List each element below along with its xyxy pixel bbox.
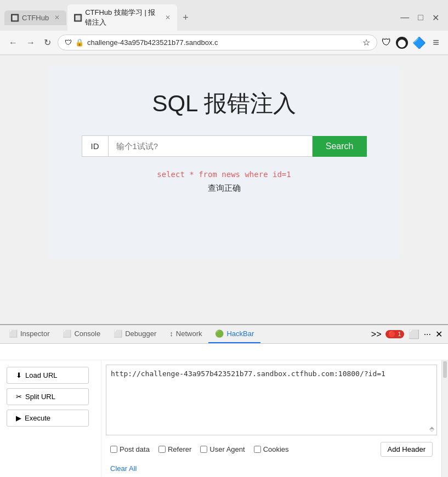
load-url-button[interactable]: ⬇ Load URL [7, 367, 89, 384]
tab-active[interactable]: 🔲 CTFHub 技能学习 | 报错注入 ✕ [67, 4, 177, 31]
maximize-icon[interactable]: □ [418, 13, 423, 22]
cookies-option[interactable]: Cookies [254, 445, 289, 453]
hackbar-icon: 🟢 [215, 330, 224, 338]
hackbar-top-bar [0, 344, 448, 360]
close-icon[interactable]: ✕ [432, 13, 439, 23]
nav-bar: ← → ↻ 🛡 🔒 challenge-43a957b423521b77.san… [0, 31, 448, 55]
post-data-label: Post data [120, 445, 150, 453]
dock-icon[interactable]: ⬜ [409, 329, 419, 339]
new-tab-button[interactable]: + [178, 10, 193, 26]
resize-handle: ⬘ [429, 425, 434, 433]
scrollbar-track[interactable] [441, 360, 448, 477]
profile-nav-icon[interactable]: ⬤ [396, 37, 408, 49]
tab-active-close[interactable]: ✕ [165, 14, 171, 21]
cookies-label: Cookies [263, 445, 289, 453]
forward-button[interactable]: → [24, 36, 37, 50]
hackbar-main: ⬇ Load URL ✂ Split URL ▶ Execute ⬘ [0, 360, 448, 477]
extension-nav-icon[interactable]: 🔷 [412, 36, 426, 49]
tab-active-label: CTFHub 技能学习 | 报错注入 [85, 8, 160, 27]
error-badge: 🔴 1 [385, 330, 404, 338]
add-header-button[interactable]: Add Header [381, 442, 433, 457]
debugger-icon: ⬜ [114, 330, 122, 338]
split-url-button[interactable]: ✂ Split URL [7, 388, 89, 405]
user-agent-label: User Agent [209, 445, 245, 453]
hackbar-content-area: ⬇ Load URL ✂ Split URL ▶ Execute ⬘ [0, 344, 448, 477]
query-result: 查询正确 [208, 183, 241, 194]
scrollbar-thumb [443, 361, 447, 378]
tab-ctfhub-icon: 🔲 [11, 14, 19, 21]
network-icon: ↕ [169, 330, 173, 338]
clear-all-link[interactable]: Clear All [106, 462, 141, 475]
sql-query: select * from news where id=1 [157, 170, 291, 179]
devtools-icons: >> 🔴 1 ⬜ ··· ✕ [371, 329, 446, 339]
lock-nav-icon: 🔒 [75, 38, 84, 47]
browser-chrome: 🔲 CTFHub ✕ 🔲 CTFHub 技能学习 | 报错注入 ✕ + — □ … [0, 0, 448, 55]
referer-checkbox[interactable] [158, 446, 166, 453]
search-input[interactable] [108, 135, 313, 157]
hackbar-label: HackBar [226, 330, 254, 338]
hackbar-options-row: Post data Referer User Agent Cookies A [106, 440, 437, 459]
clear-all-row: Clear All [106, 463, 437, 473]
devtools-tab-bar: ⬜ Inspector ⬜ Console ⬜ Debugger ↕ Netwo… [0, 325, 448, 344]
network-label: Network [176, 330, 202, 338]
more-tabs-icon[interactable]: >> [371, 330, 382, 339]
tab-ctfhub-label: CTFHub [22, 14, 49, 22]
cookies-checkbox[interactable] [254, 446, 261, 453]
debugger-label: Debugger [125, 330, 156, 338]
reload-button[interactable]: ↻ [42, 35, 53, 50]
tab-bar: 🔲 CTFHub ✕ 🔲 CTFHub 技能学习 | 报错注入 ✕ + — □ … [0, 0, 448, 31]
tab-ctfhub[interactable]: 🔲 CTFHub ✕ [4, 10, 66, 25]
tab-active-icon: 🔲 [74, 14, 82, 21]
hackbar-right-panel: ⬘ Post data Referer User Agent [101, 360, 441, 477]
search-form: ID Search [82, 135, 367, 157]
minimize-icon[interactable]: — [400, 13, 409, 22]
devtools-close-icon[interactable]: ✕ [435, 329, 443, 339]
execute-icon: ▶ [16, 414, 21, 422]
content-box: SQL 报错注入 ID Search select * from news wh… [49, 66, 400, 258]
post-data-checkbox[interactable] [110, 446, 117, 453]
window-controls: — □ ✕ [400, 13, 444, 23]
page-title: SQL 报错注入 [152, 88, 296, 119]
address-bar[interactable]: 🛡 🔒 challenge-43a957b423521b77.sandbox.c… [58, 35, 377, 50]
bookmark-icon[interactable]: ☆ [362, 37, 370, 48]
referer-option[interactable]: Referer [158, 445, 191, 453]
execute-button[interactable]: ▶ Execute [7, 410, 89, 427]
devtools-tab-debugger[interactable]: ⬜ Debugger [107, 325, 163, 343]
address-text: challenge-43a957b423521b77.sandbox.c [87, 38, 359, 47]
devtools-panel: ⬜ Inspector ⬜ Console ⬜ Debugger ↕ Netwo… [0, 324, 448, 477]
back-button[interactable]: ← [7, 36, 20, 50]
url-area: ⬘ [106, 365, 437, 435]
devtools-tab-network[interactable]: ↕ Network [163, 325, 208, 343]
hackbar-url-input[interactable] [106, 365, 436, 409]
devtools-options-icon[interactable]: ··· [424, 330, 431, 339]
inspector-icon: ⬜ [9, 330, 18, 338]
menu-button[interactable]: ≡ [430, 34, 441, 51]
user-agent-checkbox[interactable] [200, 446, 207, 453]
hackbar-left-panel: ⬇ Load URL ✂ Split URL ▶ Execute [0, 360, 101, 477]
tab-ctfhub-close[interactable]: ✕ [54, 14, 60, 21]
devtools-tab-hackbar[interactable]: 🟢 HackBar [208, 325, 260, 343]
inspector-label: Inspector [20, 330, 49, 338]
devtools-tab-inspector[interactable]: ⬜ Inspector [2, 325, 56, 343]
shield2-nav-icon: 🛡 [382, 37, 392, 48]
split-url-icon: ✂ [16, 393, 22, 401]
post-data-option[interactable]: Post data [110, 445, 150, 453]
console-label: Console [74, 330, 100, 338]
search-button[interactable]: Search [313, 136, 367, 157]
referer-label: Referer [168, 445, 191, 453]
load-url-icon: ⬇ [16, 371, 22, 379]
id-label: ID [82, 135, 108, 157]
main-content: SQL 报错注入 ID Search select * from news wh… [0, 55, 448, 324]
devtools-tab-console[interactable]: ⬜ Console [56, 325, 107, 343]
split-url-label: Split URL [25, 393, 55, 401]
execute-label: Execute [25, 414, 50, 422]
load-url-label: Load URL [25, 371, 58, 379]
user-agent-option[interactable]: User Agent [200, 445, 245, 453]
console-icon: ⬜ [63, 330, 71, 338]
shield-nav-icon: 🛡 [65, 38, 72, 47]
